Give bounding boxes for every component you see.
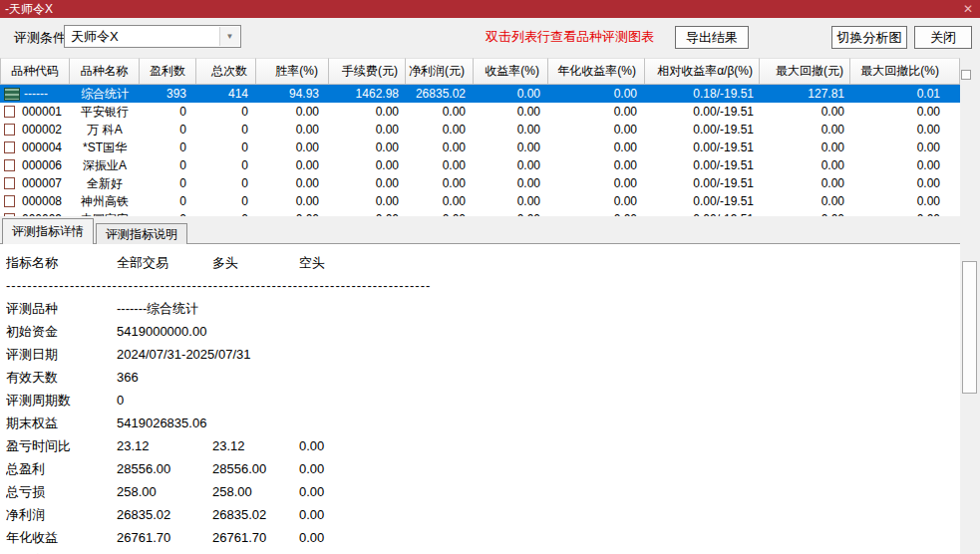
column-header[interactable]: 胜率(%): [256, 58, 329, 85]
column-header[interactable]: 总次数: [196, 58, 256, 85]
double-click-hint: 双击列表行查看品种评测图表: [486, 28, 654, 46]
value-cell: 0.00: [406, 156, 474, 174]
value-cell: 0.18/-19.51: [645, 85, 760, 103]
detail-row: 总盈利28556.0028556.000.00: [6, 457, 960, 480]
condition-label: 评测条件:: [14, 29, 70, 47]
condition-combobox[interactable]: 天师令X ▼: [64, 25, 241, 48]
detail-value-all: 26835.02: [117, 503, 212, 526]
detail-value-short: 0.00: [299, 503, 324, 526]
value-cell: 0: [196, 192, 256, 210]
value-cell: 0.00: [474, 138, 548, 156]
detail-label: 总亏损: [6, 480, 117, 503]
row-checkbox-icon[interactable]: [4, 195, 15, 207]
detail-value-long: 26761.70: [212, 526, 299, 549]
detail-value-short: 0.00: [299, 457, 324, 480]
value-cell: 0: [196, 103, 256, 121]
scrollbar-thumb[interactable]: [962, 261, 977, 394]
column-header[interactable]: 年化收益率(%): [548, 58, 645, 85]
table-row[interactable]: 000004*ST国华000.000.000.000.000.000.00/-1…: [0, 138, 960, 156]
value-cell: 0.00: [850, 192, 960, 210]
value-cell: 0.00/-19.51: [645, 138, 760, 156]
detail-row: 评测周期数0: [6, 389, 960, 412]
detail-label: 收益率: [6, 549, 117, 554]
detail-value-all: 2024/07/31-2025/07/31: [117, 343, 212, 366]
value-cell: 0: [196, 174, 256, 192]
value-cell: 0.00/-19.51: [645, 210, 760, 216]
value-cell: 0.00: [850, 156, 960, 174]
results-table: 品种代码品种名称盈利数总次数胜率(%)手续费(元)净利润(元)收益率(%)年化收…: [0, 58, 960, 216]
value-cell: 0.00: [256, 210, 329, 216]
symbol-name-cell: 平安银行: [70, 103, 140, 121]
value-cell: 0.00: [406, 103, 474, 121]
column-header[interactable]: 最大回撤比(%): [850, 58, 960, 85]
column-header[interactable]: 品种代码: [0, 58, 70, 85]
detail-value-all: 26761.70: [117, 526, 212, 549]
detail-value-all: 258.00: [117, 480, 212, 503]
column-header[interactable]: 净利润(元): [406, 58, 474, 85]
detail-header: 全部交易: [117, 251, 212, 274]
table-row[interactable]: 000002万 科A000.000.000.000.000.000.00/-19…: [0, 121, 960, 138]
export-results-button[interactable]: 导出结果: [675, 26, 749, 49]
value-cell: 0.00: [760, 138, 850, 156]
row-checkbox-icon[interactable]: [4, 177, 15, 189]
detail-label: 盈亏时间比: [6, 434, 117, 457]
indicator-detail-panel: 指标名称全部交易多头空头----------------------------…: [0, 243, 960, 554]
symbol-code-cell: 000008: [0, 192, 70, 210]
column-header[interactable]: 盈利数: [140, 58, 196, 85]
switch-analysis-chart-button[interactable]: 切换分析图: [831, 26, 907, 49]
detail-row: 期末权益5419026835.06: [6, 412, 960, 434]
row-checkbox-icon[interactable]: [4, 124, 15, 136]
value-cell: 393: [140, 85, 196, 103]
symbol-name-cell: 全新好: [70, 174, 140, 192]
detail-value-short: 0.00: [299, 480, 324, 503]
column-header[interactable]: 手续费(元): [329, 58, 406, 85]
column-header[interactable]: 收益率(%): [474, 58, 548, 85]
value-cell: 0: [140, 156, 196, 174]
value-cell: 1462.98: [329, 85, 406, 103]
column-header[interactable]: 品种名称: [70, 58, 140, 85]
row-checkbox-icon[interactable]: [4, 159, 15, 171]
value-cell: 0.00: [548, 174, 645, 192]
detail-tabbar: 评测指标详情评测指标说明: [0, 218, 980, 244]
symbol-name-cell: 万 科A: [70, 121, 140, 138]
value-cell: 0.00: [256, 192, 329, 210]
table-row[interactable]: 000006深振业A000.000.000.000.000.000.00/-19…: [0, 156, 960, 174]
value-cell: 127.81: [760, 85, 850, 103]
symbol-code: 000004: [22, 138, 62, 156]
detail-label: 有效天数: [6, 366, 117, 389]
value-cell: 0.00: [850, 121, 960, 138]
detail-value-short: 0.00%: [299, 549, 336, 554]
detail-label: 初始资金: [6, 320, 117, 343]
symbol-code: 000001: [22, 103, 62, 121]
close-icon[interactable]: ✕: [963, 0, 973, 18]
tab-indicator-description[interactable]: 评测指标说明: [96, 223, 187, 244]
table-row[interactable]: ------综合统计39341494.931462.9826835.020.00…: [0, 85, 960, 103]
table-row[interactable]: 000009中国宝安000.000.000.000.000.000.00/-19…: [0, 210, 960, 216]
value-cell: 0.00: [406, 174, 474, 192]
table-row[interactable]: 000008神州高铁000.000.000.000.000.000.00/-19…: [0, 192, 960, 210]
row-checkbox-icon[interactable]: [4, 141, 15, 153]
row-checkbox-icon[interactable]: [4, 213, 15, 216]
table-row[interactable]: 000007全新好000.000.000.000.000.000.00/-19.…: [0, 174, 960, 192]
results-table-header: 品种代码品种名称盈利数总次数胜率(%)手续费(元)净利润(元)收益率(%)年化收…: [0, 58, 960, 85]
toolbar: 评测条件: 天师令X ▼ 双击列表行查看品种评测图表 导出结果 切换分析图 关闭: [0, 18, 980, 58]
value-cell: 0.00: [474, 156, 548, 174]
value-cell: 94.93: [256, 85, 329, 103]
row-checkbox-icon[interactable]: [4, 106, 15, 118]
symbol-name-cell: 中国宝安: [70, 210, 140, 216]
detail-row: 盈亏时间比23.1223.120.00: [6, 434, 960, 457]
detail-row: 年化收益26761.7026761.700.00: [6, 526, 960, 549]
column-header[interactable]: 最大回撤(元): [760, 58, 850, 85]
close-button[interactable]: 关闭: [914, 26, 972, 49]
symbol-code: 000002: [22, 121, 62, 138]
value-cell: 0.00: [548, 138, 645, 156]
vertical-scrollbar[interactable]: [962, 246, 978, 554]
column-header[interactable]: 相对收益率α/β(%): [645, 58, 760, 85]
select-all-checkbox[interactable]: [961, 70, 971, 80]
chevron-down-icon[interactable]: ▼: [219, 27, 239, 46]
symbol-code: ------: [24, 85, 48, 103]
tab-indicator-detail[interactable]: 评测指标详情: [2, 218, 94, 244]
table-row[interactable]: 000001平安银行000.000.000.000.000.000.00/-19…: [0, 103, 960, 121]
detail-row: 评测日期2024/07/31-2025/07/31: [6, 343, 960, 366]
value-cell: 0.00: [474, 103, 548, 121]
